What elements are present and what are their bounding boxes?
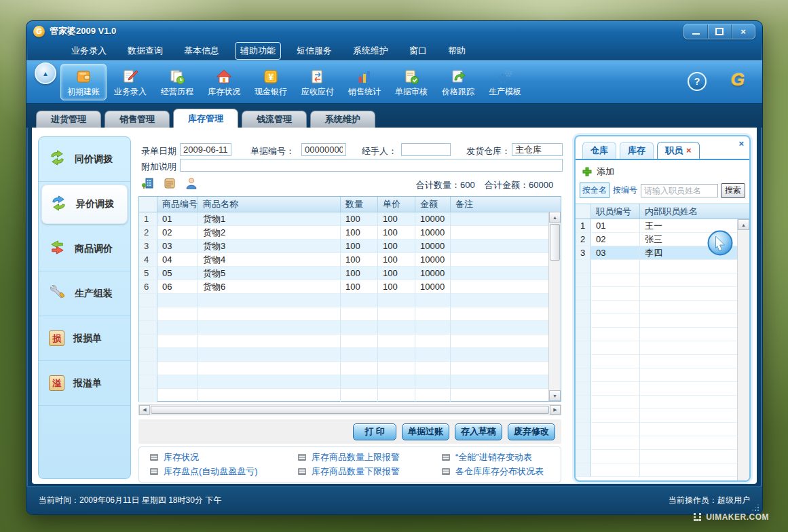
toolbar-sales-stats[interactable]: 销售统计 bbox=[341, 64, 388, 100]
minimize-button[interactable] bbox=[684, 24, 707, 39]
staff-row-empty bbox=[576, 314, 749, 328]
cell-item-name: 货物2 bbox=[198, 226, 341, 240]
cell-quantity: 100 bbox=[341, 280, 378, 294]
cell-rownum: 6 bbox=[139, 280, 157, 294]
save-draft-button[interactable]: 存入草稿 bbox=[455, 423, 502, 440]
collapse-toolbar-button[interactable]: ▲ bbox=[35, 62, 56, 84]
total-amount: 合计金额：60000 bbox=[485, 179, 553, 191]
goods-box-icon[interactable] bbox=[163, 176, 176, 193]
person-icon[interactable] bbox=[185, 176, 198, 193]
filter-by-name-toggle[interactable]: 按全名 bbox=[580, 183, 609, 198]
scroll-thumb[interactable] bbox=[151, 406, 549, 414]
menu-aux-functions[interactable]: 辅助功能 bbox=[235, 42, 281, 60]
tab-close-icon[interactable]: × bbox=[686, 145, 692, 155]
tab-purchase-mgmt[interactable]: 进货管理 bbox=[36, 111, 101, 128]
menu-data-query[interactable]: 数据查询 bbox=[122, 42, 168, 60]
warehouse-input[interactable] bbox=[512, 143, 563, 156]
menu-sms-service[interactable]: 短信服务 bbox=[291, 42, 337, 60]
sidebar-item-diff-price-transfer[interactable]: 异价调拨 bbox=[41, 185, 128, 224]
menu-system-maintenance[interactable]: 系统维护 bbox=[348, 42, 394, 60]
scroll-down-icon[interactable]: ▼ bbox=[549, 390, 561, 401]
items-vertical-scrollbar[interactable]: ▲ ▼ bbox=[548, 212, 561, 401]
add-staff-row[interactable]: 添加 bbox=[576, 160, 749, 183]
menu-basic-info[interactable]: 基本信息 bbox=[179, 42, 225, 60]
table-row[interactable]: 3 03 货物3 100 100 10000 bbox=[139, 240, 561, 253]
sidebar-item-production-assembly[interactable]: 生产组装 bbox=[39, 271, 130, 316]
table-row[interactable]: 5 05 货物5 100 100 10000 bbox=[139, 267, 561, 280]
cell-rownum: 1 bbox=[139, 212, 157, 226]
toolbar-label: 现金银行 bbox=[255, 86, 287, 98]
resize-grip[interactable] bbox=[752, 504, 759, 511]
panel-close-icon[interactable]: × bbox=[738, 138, 744, 149]
menu-help[interactable]: 帮助 bbox=[443, 42, 471, 60]
toolbar-cash-bank[interactable]: ¥ 现金银行 bbox=[248, 64, 294, 100]
link-allround-flow-report[interactable]: “全能”进销存变动表 bbox=[441, 451, 561, 463]
staff-row-empty bbox=[576, 396, 749, 409]
items-horizontal-scrollbar[interactable]: ◀ ▶ bbox=[138, 404, 561, 415]
menu-business-entry[interactable]: 业务录入 bbox=[66, 42, 112, 60]
warehouse-building-icon[interactable] bbox=[141, 176, 155, 193]
link-inventory-status[interactable]: 库存状况 bbox=[149, 451, 297, 463]
filter-by-code-toggle[interactable]: 按编号 bbox=[612, 183, 638, 197]
cell-item-name: 货物1 bbox=[198, 212, 341, 226]
tab-stock[interactable]: 库存 bbox=[620, 142, 654, 159]
link-stocktake[interactable]: 库存盘点(自动盘盈盘亏) bbox=[149, 466, 297, 478]
table-row[interactable]: 4 04 货物4 100 100 10000 bbox=[139, 253, 561, 267]
link-upper-limit-alert[interactable]: 库存商品数量上限报警 bbox=[297, 451, 441, 463]
tab-staff[interactable]: 职员× bbox=[657, 142, 700, 159]
link-lower-limit-alert[interactable]: 库存商品数量下限报警 bbox=[297, 466, 441, 478]
cell-unit-price: 100 bbox=[378, 253, 415, 267]
post-document-button[interactable]: 单据过账 bbox=[402, 423, 449, 440]
tab-sales-mgmt[interactable]: 销售管理 bbox=[105, 111, 170, 128]
scroll-right-icon[interactable]: ▶ bbox=[550, 405, 561, 415]
cell-item-code: 05 bbox=[157, 267, 198, 280]
scroll-thumb[interactable] bbox=[550, 224, 560, 261]
staff-search-input[interactable] bbox=[641, 184, 718, 197]
sidebar-item-overflow-report[interactable]: 溢 报溢单 bbox=[39, 361, 130, 406]
help-button[interactable]: ? bbox=[688, 72, 707, 91]
tab-inventory-mgmt[interactable]: 库存管理 bbox=[173, 109, 238, 128]
toolbar-receivable-payable[interactable]: 应收应付 bbox=[295, 64, 341, 100]
note-input[interactable] bbox=[180, 159, 563, 172]
quick-open-icons bbox=[141, 176, 198, 193]
sidebar-item-loss-report[interactable]: 损 报损单 bbox=[39, 316, 130, 361]
toolbar-initial-setup[interactable]: 初期建账 bbox=[60, 64, 107, 100]
toolbar-price-tracking[interactable]: 价格跟踪 bbox=[435, 64, 481, 100]
cell-unit-price: 100 bbox=[378, 226, 415, 240]
table-row[interactable]: 2 02 货物2 100 100 10000 bbox=[139, 226, 561, 240]
scroll-up-icon[interactable]: ▲ bbox=[738, 219, 749, 230]
tab-system-maintenance[interactable]: 系统维护 bbox=[310, 111, 375, 128]
toolbar-business-entry[interactable]: 业务录入 bbox=[107, 64, 153, 100]
toolbar-business-history[interactable]: 经营历程 bbox=[154, 64, 200, 100]
watermark: UIMAKER.COM bbox=[693, 512, 769, 522]
col-unit-price: 单价 bbox=[378, 197, 415, 212]
date-input[interactable] bbox=[180, 143, 231, 156]
search-button[interactable]: 搜索 bbox=[721, 183, 745, 198]
scroll-left-icon[interactable]: ◀ bbox=[139, 405, 150, 415]
handler-input[interactable] bbox=[401, 143, 451, 156]
table-row[interactable]: 6 06 货物6 100 100 10000 bbox=[139, 280, 561, 294]
close-button[interactable]: × bbox=[731, 24, 755, 39]
sidebar-item-same-price-transfer[interactable]: 同价调拨 bbox=[39, 137, 130, 182]
scroll-up-icon[interactable]: ▲ bbox=[549, 212, 561, 223]
table-row[interactable]: 1 01 货物1 100 100 10000 bbox=[139, 212, 561, 226]
toolbar-production-template[interactable]: 生产模板 bbox=[482, 64, 528, 100]
maximize-button[interactable] bbox=[707, 24, 731, 39]
print-button[interactable]: 打 印 bbox=[353, 423, 396, 440]
menu-window[interactable]: 窗口 bbox=[404, 42, 432, 60]
staff-row-empty bbox=[576, 423, 749, 436]
sidebar-item-price-adjustment[interactable]: 商品调价 bbox=[39, 227, 130, 271]
toolbar-inventory-status[interactable]: 库存状况 bbox=[201, 64, 247, 100]
discard-changes-button[interactable]: 废弃修改 bbox=[508, 423, 555, 440]
tab-warehouse[interactable]: 仓库 bbox=[582, 142, 616, 159]
doc-number-input[interactable] bbox=[301, 143, 346, 156]
toolbar-document-audit[interactable]: 单据审核 bbox=[388, 64, 434, 100]
tab-cashflow-mgmt[interactable]: 钱流管理 bbox=[242, 111, 307, 128]
action-bar: 打 印 单据过账 存入草稿 废弃修改 bbox=[138, 419, 561, 444]
price-adjust-icon bbox=[49, 239, 66, 259]
col-amount: 金额 bbox=[415, 197, 451, 212]
staff-vertical-scrollbar[interactable]: ▲ ▼ bbox=[737, 219, 749, 482]
link-warehouse-distribution[interactable]: 各仓库库存分布状况表 bbox=[441, 466, 561, 478]
document-check-icon bbox=[403, 67, 419, 85]
add-label: 添加 bbox=[597, 166, 614, 178]
